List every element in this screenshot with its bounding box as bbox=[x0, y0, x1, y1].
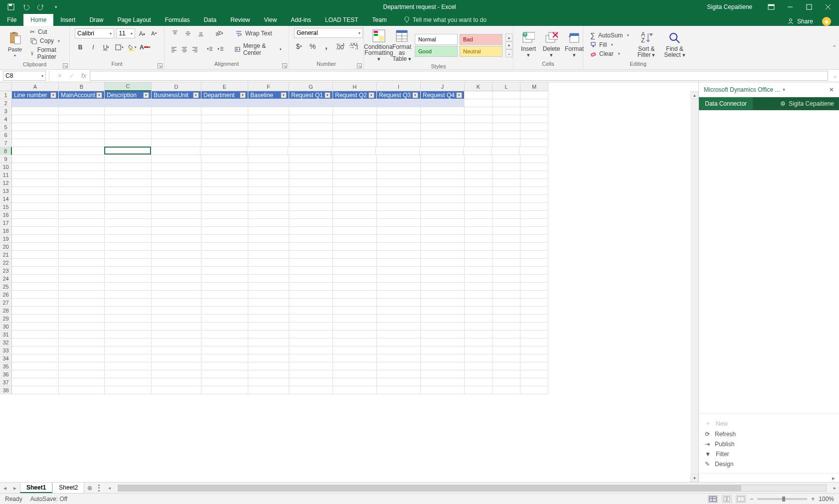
cell-G4[interactable] bbox=[289, 115, 333, 123]
cell-L24[interactable] bbox=[493, 275, 520, 283]
delete-cells-button[interactable]: Delete▾ bbox=[541, 30, 561, 59]
cell-L6[interactable] bbox=[493, 131, 520, 139]
cell-A18[interactable] bbox=[12, 227, 59, 235]
cell-K2[interactable] bbox=[465, 99, 493, 107]
cell-M27[interactable] bbox=[520, 299, 548, 307]
cell-D4[interactable] bbox=[152, 115, 201, 123]
cell-J29[interactable] bbox=[421, 315, 465, 323]
cell-E21[interactable] bbox=[201, 251, 248, 259]
cell-D35[interactable] bbox=[152, 362, 201, 370]
cell-K26[interactable] bbox=[465, 291, 493, 299]
cell-L31[interactable] bbox=[493, 331, 520, 338]
expand-formula-bar[interactable]: ⌄ bbox=[831, 73, 839, 78]
cell-M11[interactable] bbox=[520, 171, 548, 179]
cell-I2[interactable] bbox=[377, 99, 421, 107]
row-header-15[interactable]: 15 bbox=[0, 203, 12, 211]
column-header-G[interactable]: G bbox=[289, 82, 333, 91]
cell-A17[interactable] bbox=[12, 219, 59, 227]
cell-E18[interactable] bbox=[201, 227, 248, 235]
cell-I32[interactable] bbox=[377, 338, 421, 346]
cell-E27[interactable] bbox=[201, 299, 248, 307]
font-dialog-launcher[interactable]: ↘ bbox=[158, 63, 163, 68]
cell-I21[interactable] bbox=[377, 251, 421, 259]
cell-I38[interactable] bbox=[377, 386, 421, 394]
cell-M18[interactable] bbox=[520, 227, 548, 235]
cell-M32[interactable] bbox=[520, 338, 548, 346]
cell-B20[interactable] bbox=[59, 243, 105, 251]
font-color-button[interactable]: A▾ bbox=[140, 42, 151, 53]
cell-D23[interactable] bbox=[152, 267, 201, 275]
row-header-2[interactable]: 2 bbox=[0, 99, 12, 107]
cell-E32[interactable] bbox=[201, 338, 248, 346]
conditional-formatting-button[interactable]: Conditional Formatting ▾ bbox=[369, 28, 389, 63]
save-icon[interactable] bbox=[7, 3, 15, 11]
cell-A25[interactable] bbox=[12, 283, 59, 291]
cell-C22[interactable] bbox=[105, 259, 152, 267]
cell-L10[interactable] bbox=[493, 163, 520, 171]
cell-D29[interactable] bbox=[152, 315, 201, 323]
cell-K19[interactable] bbox=[465, 235, 493, 243]
increase-decimal-icon[interactable]: ←.0.00 bbox=[335, 41, 344, 52]
cell-M2[interactable] bbox=[520, 99, 548, 107]
cell-I27[interactable] bbox=[377, 299, 421, 307]
cell-E33[interactable] bbox=[201, 346, 248, 354]
cell-H1[interactable]: Request Q2▾ bbox=[333, 91, 377, 99]
align-bottom-icon[interactable] bbox=[195, 28, 206, 39]
column-header-F[interactable]: F bbox=[248, 82, 289, 91]
number-format-combo[interactable]: General▾ bbox=[294, 28, 363, 38]
normal-view-icon[interactable] bbox=[708, 495, 718, 503]
cell-H28[interactable] bbox=[333, 307, 377, 315]
cell-E34[interactable] bbox=[201, 354, 248, 362]
cell-A22[interactable] bbox=[12, 259, 59, 267]
align-right-icon[interactable] bbox=[191, 44, 199, 55]
cell-B26[interactable] bbox=[59, 291, 105, 299]
format-painter-button[interactable]: Format Painter bbox=[28, 46, 64, 61]
cell-F26[interactable] bbox=[248, 291, 289, 299]
cell-J1[interactable]: Request Q4▾ bbox=[421, 91, 465, 99]
cell-B30[interactable] bbox=[59, 323, 105, 331]
cell-H23[interactable] bbox=[333, 267, 377, 275]
page-layout-view-icon[interactable] bbox=[722, 495, 732, 503]
decrease-decimal-icon[interactable]: .00→.0 bbox=[349, 41, 358, 52]
cell-D28[interactable] bbox=[152, 307, 201, 315]
column-header-B[interactable]: B bbox=[59, 82, 105, 91]
number-dialog-launcher[interactable]: ↘ bbox=[357, 63, 362, 68]
decrease-indent-icon[interactable] bbox=[206, 44, 214, 55]
cell-E10[interactable] bbox=[201, 163, 248, 171]
cell-L33[interactable] bbox=[493, 346, 520, 354]
cell-L35[interactable] bbox=[493, 362, 520, 370]
page-break-view-icon[interactable] bbox=[736, 495, 746, 503]
cell-J13[interactable] bbox=[421, 187, 465, 195]
cell-B6[interactable] bbox=[59, 131, 105, 139]
redo-icon[interactable] bbox=[37, 3, 45, 11]
hscroll-left[interactable]: ◂ bbox=[108, 485, 111, 491]
cell-H2[interactable] bbox=[333, 99, 377, 107]
row-header-9[interactable]: 9 bbox=[0, 155, 12, 163]
cell-D26[interactable] bbox=[152, 291, 201, 299]
pane-action-publish[interactable]: ⇥Publish bbox=[705, 439, 833, 449]
cell-M26[interactable] bbox=[520, 291, 548, 299]
cell-L26[interactable] bbox=[493, 291, 520, 299]
cell-I7[interactable] bbox=[377, 139, 421, 147]
cell-A12[interactable] bbox=[12, 179, 59, 187]
cell-C5[interactable] bbox=[105, 123, 152, 131]
cell-A35[interactable] bbox=[12, 362, 59, 370]
cell-B31[interactable] bbox=[59, 331, 105, 338]
cell-L12[interactable] bbox=[493, 179, 520, 187]
orientation-icon[interactable]: ab▾ bbox=[213, 28, 224, 39]
cell-G3[interactable] bbox=[289, 107, 333, 115]
row-header-16[interactable]: 16 bbox=[0, 211, 12, 219]
cell-B8[interactable] bbox=[59, 147, 105, 155]
cell-F24[interactable] bbox=[248, 275, 289, 283]
cell-E23[interactable] bbox=[201, 267, 248, 275]
cell-L3[interactable] bbox=[493, 107, 520, 115]
cell-C13[interactable] bbox=[105, 187, 152, 195]
cell-B15[interactable] bbox=[59, 203, 105, 211]
column-header-M[interactable]: M bbox=[520, 82, 548, 91]
cell-D17[interactable] bbox=[152, 219, 201, 227]
cell-B32[interactable] bbox=[59, 338, 105, 346]
cell-F36[interactable] bbox=[248, 370, 289, 378]
row-header-32[interactable]: 32 bbox=[0, 338, 12, 346]
cell-M13[interactable] bbox=[520, 187, 548, 195]
row-header-1[interactable]: 1 bbox=[0, 91, 12, 99]
